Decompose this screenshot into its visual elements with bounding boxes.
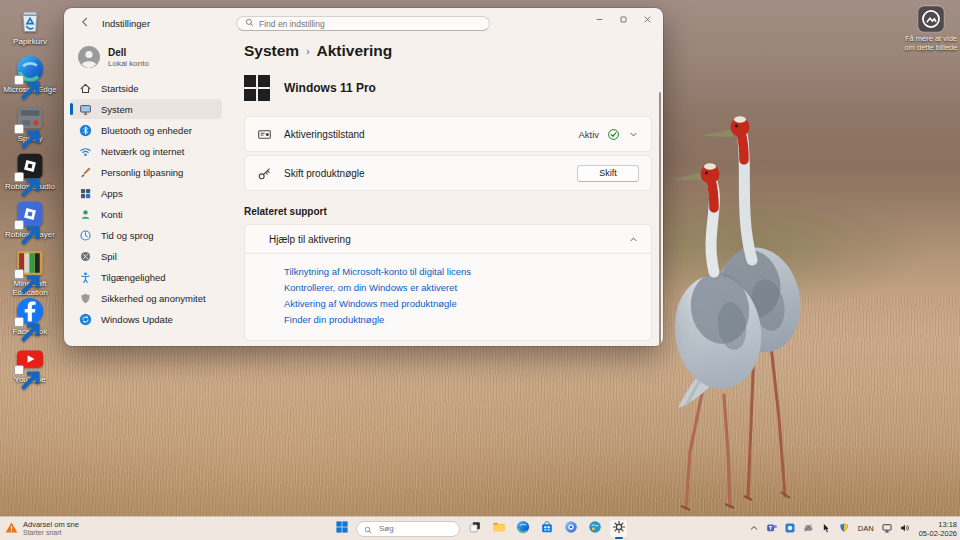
taskbar-app-icon (612, 520, 626, 538)
desktop-icon-spotify[interactable]: Spotify (1, 103, 59, 143)
taskbar-search-input[interactable] (377, 523, 452, 534)
tray-app-icon (766, 520, 778, 538)
taskbar-app-icon (588, 520, 602, 538)
tray-app-icon (838, 520, 850, 538)
volume-indicator[interactable] (899, 522, 912, 535)
crane-front (667, 163, 768, 510)
tray-icon-app-blue[interactable] (784, 522, 797, 535)
breadcrumb: System › Aktivering (244, 42, 652, 60)
tray-icon-teams[interactable] (766, 522, 779, 535)
related-support-heading: Relateret support (244, 206, 652, 217)
desktop-icon-facebook[interactable]: Facebook (1, 296, 59, 336)
activation-state-row[interactable]: Aktiveringstilstand Aktiv (244, 116, 652, 152)
spotlight-label: Få mere at vide om dette billede (903, 34, 959, 52)
user-account[interactable]: Dell Lokal konto (78, 46, 220, 68)
taskbar-app-copilot[interactable] (561, 519, 580, 538)
sidebar-item-netvaerk[interactable]: Netværk og internet (70, 141, 222, 161)
tray-app-icon (820, 520, 832, 538)
tray-icon-onedrive[interactable] (802, 522, 815, 535)
support-link-3[interactable]: Finder din produktnøgle (284, 314, 639, 325)
language-indicator[interactable]: DAN (856, 524, 876, 533)
sidebar-item-startside[interactable]: Startside (70, 78, 222, 98)
taskbar-app-icon (468, 520, 482, 538)
product-key-label: Skift produktnøgle (284, 168, 365, 179)
titlebar: Indstillinger (64, 8, 663, 38)
nav-item-label: Spil (101, 251, 117, 262)
user-account-type: Lokal konto (108, 59, 149, 68)
nav-item-icon (79, 187, 92, 200)
taskbar-app-icon (564, 520, 578, 538)
taskbar-app-microsoft-store[interactable] (537, 519, 556, 538)
sidebar-item-tilgaengelighed[interactable]: Tilgængelighed (70, 267, 222, 287)
maximize-button[interactable] (611, 10, 635, 30)
sidebar-item-tid-og-sprog[interactable]: Tid og sprog (70, 225, 222, 245)
tray-icon-defender[interactable] (838, 522, 851, 535)
settings-sidebar: Dell Lokal konto Startside System Blueto… (64, 38, 228, 346)
sidebar-item-apps[interactable]: Apps (70, 183, 222, 203)
scrollbar[interactable] (659, 92, 661, 346)
chevron-down-icon (628, 129, 639, 140)
taskbar-app-edge[interactable] (513, 519, 532, 538)
sidebar-item-windows-update[interactable]: Windows Update (70, 309, 222, 329)
close-button[interactable] (635, 10, 659, 30)
taskbar-app-bing[interactable] (585, 519, 604, 538)
check-circle-icon (607, 128, 620, 141)
back-button[interactable] (72, 13, 98, 33)
nav-item-icon (79, 166, 92, 179)
sidebar-item-personlig[interactable]: Personlig tilpasning (70, 162, 222, 182)
taskbar-app-icon (492, 520, 506, 538)
start-button[interactable] (332, 519, 351, 538)
sidebar-item-system[interactable]: System (70, 99, 222, 119)
help-activation-expander[interactable]: Hjælp til aktivering (245, 225, 651, 254)
sidebar-item-konti[interactable]: Konti (70, 204, 222, 224)
nav-item-label: Konti (101, 209, 123, 220)
chevron-up-icon (748, 520, 760, 538)
taskbar-app-file-explorer[interactable] (489, 519, 508, 538)
nav-item-label: Startside (101, 83, 139, 94)
back-arrow-icon (79, 16, 91, 30)
activation-state-icon (257, 127, 272, 142)
date: 05-02-2026 (919, 529, 957, 538)
nav-item-icon (79, 250, 92, 263)
desktop-icon-roblox-studio[interactable]: Roblox Studio (1, 151, 59, 191)
support-link-0[interactable]: Tilknytning af Microsoft-konto til digit… (284, 266, 639, 277)
change-key-button[interactable]: Skift (577, 165, 639, 182)
desktop-icon-roblox-player[interactable]: Roblox Player (1, 199, 59, 239)
taskbar-app-settings[interactable] (609, 519, 628, 538)
taskbar-app-icon (516, 520, 530, 538)
desktop-icon-minecraft-education[interactable]: Minecraft Education (1, 248, 59, 297)
settings-content: System › Aktivering Windows 11 Pro Aktiv… (228, 38, 663, 346)
desktop-icon-microsoft-edge[interactable]: Microsoft Edge (1, 54, 59, 94)
settings-search-input[interactable] (259, 19, 481, 29)
tray-overflow-chevron[interactable] (748, 522, 761, 535)
nav-item-icon (79, 145, 92, 158)
spotlight-icon (917, 5, 945, 33)
desktop-icon-recycle-bin[interactable]: Papirkurv (1, 6, 59, 46)
key-icon (257, 166, 272, 181)
search-icon (245, 18, 254, 29)
network-indicator[interactable] (881, 522, 894, 535)
sidebar-item-spil[interactable]: Spil (70, 246, 222, 266)
nav-item-icon (79, 313, 92, 326)
tray-icon-pen-input[interactable] (820, 522, 833, 535)
nav-item-label: Netværk og internet (101, 146, 184, 157)
taskbar-app-task-view[interactable] (465, 519, 484, 538)
edition-name: Windows 11 Pro (284, 81, 376, 95)
sidebar-item-bluetooth[interactable]: Bluetooth og enheder (70, 120, 222, 140)
support-link-1[interactable]: Kontrollerer, om din Windows er aktivere… (284, 282, 639, 293)
support-link-2[interactable]: Aktivering af Windows med produktnøgle (284, 298, 639, 309)
warning-icon (5, 520, 18, 538)
breadcrumb-separator-icon: › (306, 46, 309, 57)
settings-search[interactable] (236, 16, 490, 31)
taskbar-search[interactable] (356, 521, 460, 537)
sidebar-item-sikkerhed[interactable]: Sikkerhed og anonymitet (70, 288, 222, 308)
spotlight-learn-more[interactable]: Få mere at vide om dette billede (903, 5, 959, 52)
time: 13:18 (919, 520, 957, 529)
breadcrumb-parent[interactable]: System (244, 42, 299, 60)
close-icon (643, 15, 652, 26)
widgets-weather-button[interactable]: Advarsel om sne Starter snart (5, 519, 79, 538)
desktop-icon-youtube[interactable]: YouTube (1, 344, 59, 384)
clock[interactable]: 13:18 05-02-2026 (917, 520, 957, 538)
tray-app-icon (784, 520, 796, 538)
minimize-button[interactable] (587, 10, 611, 30)
